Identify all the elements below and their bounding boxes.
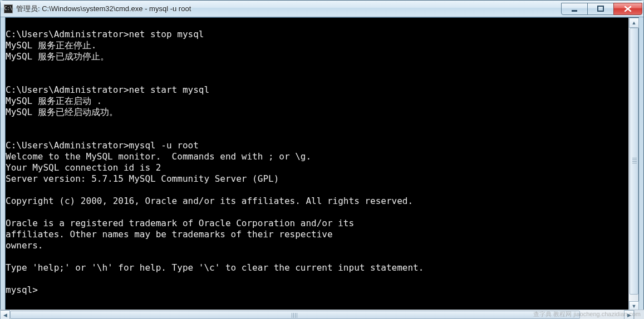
maximize-button[interactable] [587,3,614,15]
scroll-grip-icon [632,158,637,165]
cmd-icon: C:\ [4,4,13,13]
scroll-up-button[interactable]: ▲ [629,18,639,28]
window-buttons [562,3,642,15]
client-area: C:\Users\Administrator>net stop mysql My… [5,17,639,312]
vertical-scroll-thumb[interactable] [630,28,638,295]
cmd-window: C:\ 管理员: C:\Windows\system32\cmd.exe - m… [0,0,644,312]
close-icon [624,6,632,12]
titlebar[interactable]: C:\ 管理员: C:\Windows\system32\cmd.exe - m… [1,1,643,17]
maximize-icon [597,6,604,12]
terminal-output[interactable]: C:\Users\Administrator>net stop mysql My… [6,18,628,311]
scroll-left-button[interactable]: ◀ [0,310,10,319]
scrollbar-corner [634,310,644,319]
scroll-grip-icon [292,313,298,318]
scroll-right-button[interactable]: ▶ [624,310,634,319]
minimize-button[interactable] [561,3,588,15]
close-button[interactable] [613,3,642,15]
vertical-scrollbar[interactable]: ▲ ▼ [628,18,638,311]
horizontal-scroll-thumb[interactable] [10,311,580,319]
window-title: 管理员: C:\Windows\system32\cmd.exe - mysql… [16,4,562,14]
svg-rect-1 [598,6,603,11]
minimize-icon [571,6,578,12]
horizontal-scrollbar[interactable]: ◀ ▶ 查字典 教程网 jiaocheng.chazidian.com [0,310,644,319]
svg-rect-0 [572,10,577,12]
